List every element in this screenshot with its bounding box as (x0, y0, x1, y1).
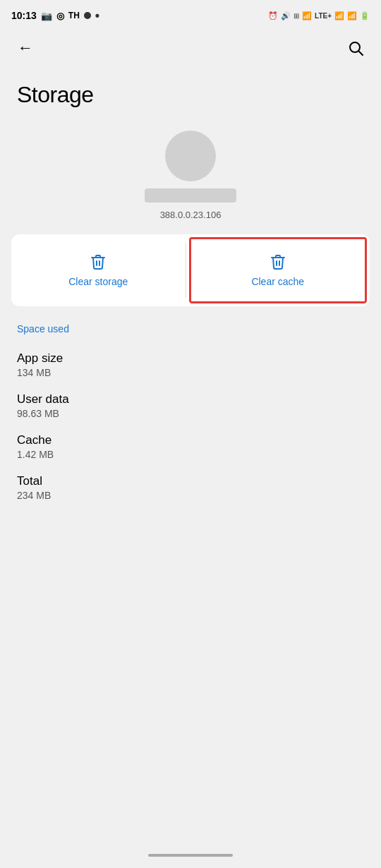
cache-value: 1.42 MB (17, 449, 364, 460)
bottom-nav-bar (148, 854, 233, 857)
storage-item-total: Total 234 MB (17, 469, 364, 510)
status-bar: 10:13 📷 ◎ TH • ⏰ 🔊 ⊞ 📶 LTE+ 📶 📶 🔋 (0, 0, 381, 28)
app-version-text: 388.0.0.23.106 (160, 210, 222, 220)
user-data-value: 98.63 MB (17, 408, 364, 419)
status-time: 10:13 (11, 10, 37, 21)
back-arrow-icon: ← (18, 39, 33, 57)
storage-item-cache: Cache 1.42 MB (17, 428, 364, 469)
status-right-icons: ⏰ 🔊 ⊞ 📶 LTE+ 📶 📶 🔋 (268, 11, 370, 20)
cache-label: Cache (17, 433, 364, 447)
action-divider (186, 243, 186, 298)
app-icon (165, 131, 216, 181)
status-icon-th: TH (68, 11, 80, 20)
battery-icon: 🔋 (360, 11, 370, 20)
storage-item-userdata: User data 98.63 MB (17, 387, 364, 428)
storage-item-appsize: App size 134 MB (17, 346, 364, 387)
space-used-header: Space used (17, 323, 364, 334)
page-title: Storage (17, 82, 364, 108)
lte-icon: LTE+ (315, 12, 332, 20)
app-size-label: App size (17, 351, 364, 366)
app-bar: ← (0, 28, 381, 68)
alarm-icon: ⏰ (268, 11, 278, 20)
signal-icon: 📶 (334, 11, 344, 20)
clear-cache-label: Clear cache (251, 276, 304, 287)
status-time-area: 10:13 📷 ◎ TH • (11, 8, 99, 23)
clear-storage-icon (90, 253, 107, 270)
svg-line-1 (359, 52, 363, 56)
app-icon-area: 388.0.0.23.106 (0, 125, 381, 234)
app-size-value: 134 MB (17, 367, 364, 378)
total-value: 234 MB (17, 490, 364, 501)
space-used-section: Space used App size 134 MB User data 98.… (0, 306, 381, 510)
status-icon-dot: • (95, 8, 99, 23)
back-button[interactable]: ← (11, 34, 40, 62)
search-icon (347, 40, 364, 56)
clear-storage-button[interactable]: Clear storage (11, 234, 186, 306)
page-title-section: Storage (0, 68, 381, 125)
app-version-bar (145, 188, 236, 203)
search-button[interactable] (341, 34, 370, 62)
total-label: Total (17, 474, 364, 488)
status-icon-circle (84, 12, 91, 19)
clear-cache-button[interactable]: Clear cache (189, 237, 368, 303)
clear-cache-icon (270, 253, 286, 270)
user-data-label: User data (17, 392, 364, 406)
action-card: Clear storage Clear cache (11, 234, 370, 306)
signal2-icon: 📶 (347, 11, 357, 20)
grid-icon: ⊞ (294, 12, 299, 20)
wifi-icon: 📶 (302, 11, 312, 20)
status-icon-instagram: 📷 (41, 11, 52, 21)
volume-icon: 🔊 (281, 11, 291, 20)
clear-storage-label: Clear storage (68, 276, 128, 287)
status-icon-instagram2: ◎ (56, 11, 64, 21)
